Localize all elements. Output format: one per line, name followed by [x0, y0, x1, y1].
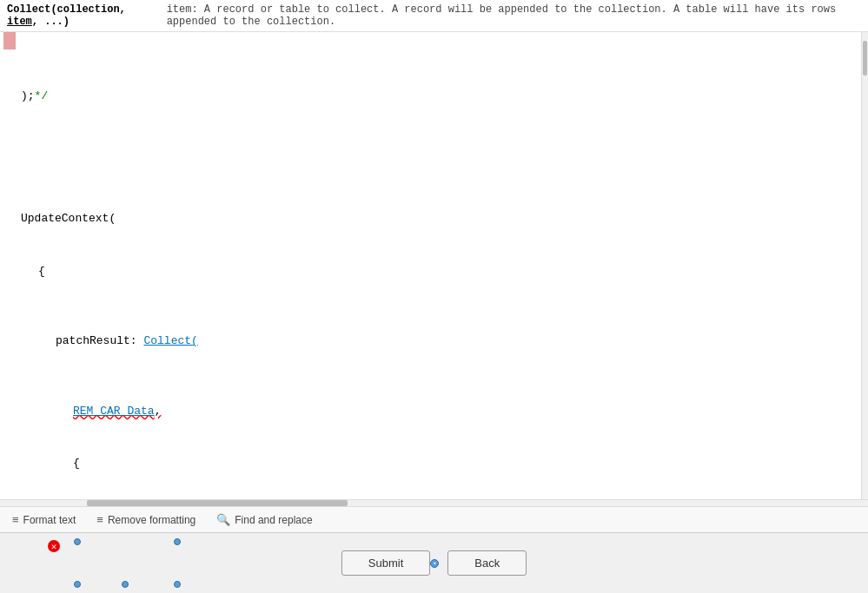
node-handle-top-left[interactable] — [74, 538, 81, 545]
submit-container: Submit ▾ — [341, 550, 430, 576]
code-editor[interactable]: );*/ UpdateContext( { patchResult: Colle… — [0, 32, 868, 499]
scrollbar-thumb-h[interactable] — [87, 500, 348, 506]
node-handle-bottom-left[interactable] — [74, 581, 81, 588]
code-line — [21, 141, 858, 158]
node-handle-top-right[interactable] — [174, 538, 181, 545]
code-line: patchResult: Collect( — [21, 333, 858, 350]
canvas-area: ✕ Submit ▾ Back — [0, 532, 868, 593]
horizontal-scrollbar[interactable] — [0, 499, 868, 506]
func-signature: Collect(collection, item, ...) — [7, 3, 162, 28]
format-text-button[interactable]: ≡ Format text — [9, 511, 79, 528]
search-icon: 🔍 — [216, 513, 230, 526]
code-line: REM_CAR_Data, — [21, 403, 858, 420]
format-text-label: Format text — [23, 514, 76, 526]
submit-button[interactable]: Submit — [341, 550, 430, 576]
line-gutter — [0, 32, 16, 499]
tooltip-description: item: A record or table to collect. A re… — [167, 3, 861, 28]
code-line: UpdateContext( — [21, 210, 858, 227]
code-lines[interactable]: );*/ UpdateContext( { patchResult: Colle… — [16, 32, 861, 499]
scrollbar-thumb[interactable] — [863, 41, 867, 76]
code-line: { — [21, 263, 858, 280]
code-line: );*/ — [21, 88, 858, 105]
find-replace-label: Find and replace — [235, 514, 312, 526]
tooltip-bar: Collect(collection, item, ...) item: A r… — [0, 0, 868, 32]
vertical-scrollbar[interactable] — [861, 32, 868, 499]
remove-formatting-icon: ≡ — [96, 513, 103, 526]
node-handle-bottom-center[interactable] — [122, 581, 129, 588]
remove-formatting-button[interactable]: ≡ Remove formatting — [93, 511, 199, 528]
format-text-icon: ≡ — [12, 513, 19, 526]
node-handle-bottom-right[interactable] — [174, 581, 181, 588]
code-line: { — [21, 455, 858, 472]
find-replace-button[interactable]: 🔍 Find and replace — [213, 511, 315, 528]
submit-dropdown-arrow[interactable]: ▾ — [430, 559, 439, 568]
back-button[interactable]: Back — [447, 550, 527, 576]
bottom-toolbar: ≡ Format text ≡ Remove formatting 🔍 Find… — [0, 506, 868, 532]
remove-formatting-label: Remove formatting — [108, 514, 195, 526]
gutter-indicator — [3, 32, 16, 49]
error-indicator: ✕ — [48, 540, 60, 552]
